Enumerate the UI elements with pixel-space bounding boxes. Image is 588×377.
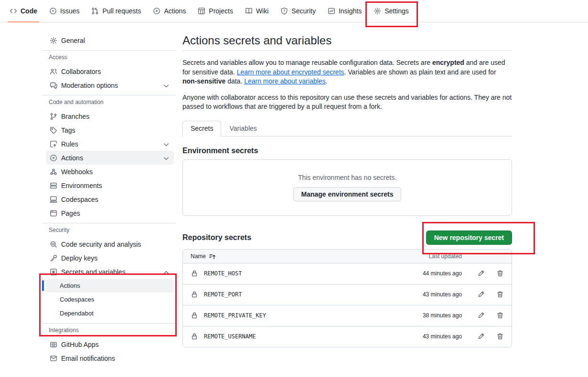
people-icon [50, 68, 57, 75]
last-updated-column-header: Last updated [390, 253, 462, 260]
sidebar-item-secrets-and-variables[interactable]: Secrets and variables [46, 265, 174, 279]
row-actions [470, 270, 504, 277]
sidebar-subitem-actions[interactable]: Actions [46, 279, 174, 293]
sidebar-subitem-codespaces[interactable]: Codespaces [46, 293, 174, 306]
chevron-down-icon [162, 141, 169, 147]
sidebar-item-label: Secrets and variables [61, 268, 126, 276]
sidebar-item-label: Code security and analysis [61, 241, 141, 248]
sidebar-item-label: Webhooks [61, 168, 93, 176]
intro-paragraph: Secrets and variables allow you to manag… [182, 58, 512, 86]
sidebar-section-integrations: Integrations [49, 326, 176, 335]
nav-tab-security[interactable]: Security [280, 0, 316, 22]
lock-icon [191, 333, 198, 340]
sidebar-item-code-security[interactable]: Code security and analysis [46, 237, 174, 251]
nav-tab-code[interactable]: Code [10, 0, 37, 22]
sidebar-subitem-dependabot[interactable]: Dependabot [46, 306, 174, 320]
sidebar-item-github-apps[interactable]: GitHub Apps [46, 337, 174, 351]
link-learn-encrypted-secrets[interactable]: Learn more about encrypted secrets [237, 68, 344, 76]
sidebar-divider [42, 323, 176, 324]
key-icon [50, 254, 57, 262]
sidebar-divider [42, 223, 176, 223]
tab-secrets[interactable]: Secrets [182, 121, 221, 136]
sidebar-item-actions[interactable]: Actions [46, 151, 174, 165]
gear-icon [374, 7, 381, 15]
delete-trash-icon[interactable] [496, 270, 504, 277]
nav-tab-projects[interactable]: Projects [198, 0, 233, 22]
secrets-variables-tabnav: Secrets Variables [182, 121, 512, 136]
nav-tab-settings[interactable]: Settings [374, 0, 409, 22]
codespaces-icon [50, 196, 57, 203]
name-column-header[interactable]: Name [191, 253, 390, 260]
book-icon [245, 7, 253, 15]
edit-pencil-icon[interactable] [477, 291, 485, 298]
tab-variables[interactable]: Variables [221, 121, 265, 136]
nav-tab-pull-requests[interactable]: Pull requests [91, 0, 141, 22]
code-icon [10, 7, 17, 15]
delete-trash-icon[interactable] [496, 333, 504, 340]
chevron-up-icon [162, 269, 169, 275]
nav-tab-wiki[interactable]: Wiki [245, 0, 268, 22]
table-row: REMOTE_PRIVATE_KEY 38 minutes ago [183, 305, 512, 326]
repository-secrets-header: Repository secrets New repository secret [182, 230, 512, 245]
sidebar-item-codespaces[interactable]: Codespaces [46, 192, 174, 206]
link-learn-variables[interactable]: Learn more about variables [244, 77, 325, 85]
sidebar-item-rules[interactable]: Rules [46, 137, 174, 151]
table-icon [198, 7, 205, 15]
secret-name: REMOTE_USERNAME [204, 333, 256, 340]
nav-tab-label: Projects [209, 7, 233, 15]
edit-pencil-icon[interactable] [477, 312, 485, 319]
nav-tab-label: Wiki [256, 7, 268, 15]
table-row: REMOTE_PORT 43 minutes ago [183, 284, 512, 305]
nav-tab-label: Issues [60, 7, 79, 15]
intro-text: Secrets and variables allow you to manag… [182, 59, 432, 66]
intro-text: . [326, 77, 328, 85]
active-tab-underline [8, 21, 39, 22]
table-row: REMOTE_USERNAME 43 minutes ago [183, 326, 512, 347]
row-actions [470, 312, 504, 319]
pull-request-icon [91, 7, 99, 15]
sidebar-section-access: Access [49, 53, 176, 62]
repo-nav: Code Issues Pull requests Actions Projec… [0, 0, 588, 22]
edit-pencil-icon[interactable] [477, 333, 485, 340]
sidebar-item-pages[interactable]: Pages [46, 206, 174, 220]
secret-updated: 44 minutes ago [390, 270, 462, 277]
sidebar-item-tags[interactable]: Tags [46, 123, 174, 137]
sidebar-item-moderation-options[interactable]: Moderation options [46, 78, 174, 92]
delete-trash-icon[interactable] [496, 312, 504, 319]
sidebar-item-email-notifications[interactable]: Email notifications [46, 351, 174, 365]
code-scan-icon [50, 241, 57, 248]
environment-empty-text: This environment has no secrets. [298, 174, 396, 181]
sidebar-item-label: Environments [61, 182, 102, 189]
sidebar-item-environments[interactable]: Environments [46, 178, 174, 192]
page-title: Actions secrets and variables [182, 34, 512, 51]
nav-tab-label: Insights [339, 7, 362, 15]
key-asterisk-icon [50, 268, 57, 276]
nav-tab-insights[interactable]: Insights [328, 0, 362, 22]
nav-tab-label: Settings [385, 7, 409, 15]
browser-icon [50, 209, 57, 217]
mail-icon [50, 355, 57, 362]
row-actions [470, 333, 504, 340]
name-header-label: Name [191, 253, 206, 260]
nav-tab-issues[interactable]: Issues [49, 0, 79, 22]
sidebar-item-deploy-keys[interactable]: Deploy keys [46, 251, 174, 265]
secret-name-cell: REMOTE_HOST [191, 270, 390, 277]
secret-name: REMOTE_HOST [204, 270, 242, 277]
sidebar-item-collaborators[interactable]: Collaborators [46, 64, 174, 78]
sidebar-item-webhooks[interactable]: Webhooks [46, 165, 174, 178]
new-repository-secret-button[interactable]: New repository secret [426, 230, 512, 245]
sidebar-item-general[interactable]: General [46, 33, 174, 47]
sidebar-item-label: GitHub Apps [61, 341, 99, 348]
nav-tab-actions[interactable]: Actions [153, 0, 186, 22]
delete-trash-icon[interactable] [496, 291, 504, 298]
sidebar-item-branches[interactable]: Branches [46, 109, 174, 123]
table-row: REMOTE_HOST 44 minutes ago [183, 263, 512, 284]
secret-name-cell: REMOTE_USERNAME [191, 333, 390, 340]
manage-environment-secrets-button[interactable]: Manage environment secrets [293, 187, 402, 201]
sidebar-item-label: Moderation options [61, 82, 118, 89]
tag-icon [50, 126, 57, 134]
sidebar-item-label: Pages [61, 209, 80, 217]
edit-pencil-icon[interactable] [477, 270, 485, 277]
secret-name-cell: REMOTE_PRIVATE_KEY [191, 312, 390, 319]
gear-icon [50, 37, 57, 44]
